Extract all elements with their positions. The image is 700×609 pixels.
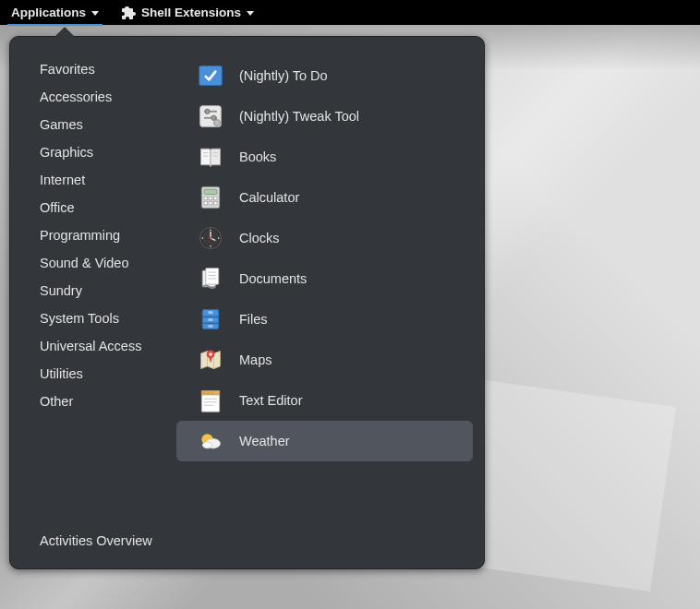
maps-icon xyxy=(197,346,224,374)
documents-icon xyxy=(197,265,224,293)
svg-point-25 xyxy=(218,237,220,239)
category-programming[interactable]: Programming xyxy=(10,221,176,249)
shell-extensions-button[interactable]: Shell Extensions xyxy=(117,0,258,25)
chevron-down-icon xyxy=(247,11,254,16)
books-icon xyxy=(197,143,224,171)
svg-rect-34 xyxy=(202,316,219,318)
svg-rect-14 xyxy=(209,197,212,200)
category-utilities[interactable]: Utilities xyxy=(10,360,176,388)
app-item-maps[interactable]: Maps xyxy=(176,340,473,380)
category-office[interactable]: Office xyxy=(10,194,176,221)
weather-icon xyxy=(197,427,224,455)
category-favorites[interactable]: Favorites xyxy=(10,55,176,83)
calculator-icon xyxy=(197,184,224,211)
todo-icon xyxy=(197,62,224,90)
category-system-tools[interactable]: System Tools xyxy=(10,304,176,332)
svg-rect-17 xyxy=(209,201,212,205)
app-item-calculator[interactable]: Calculator xyxy=(176,177,473,218)
svg-point-24 xyxy=(210,229,211,231)
svg-point-3 xyxy=(205,109,210,113)
menu-arrow xyxy=(54,27,75,37)
app-item-documents[interactable]: Documents xyxy=(176,258,473,299)
svg-point-23 xyxy=(210,237,212,240)
app-item-nightly-tweak-tool[interactable]: (Nightly) Tweak Tool xyxy=(176,96,473,137)
svg-rect-16 xyxy=(204,201,208,205)
svg-point-26 xyxy=(210,245,211,247)
app-item-books[interactable]: Books xyxy=(176,137,473,177)
svg-rect-35 xyxy=(202,323,219,325)
app-item-label: Files xyxy=(239,312,268,327)
puzzle-icon xyxy=(121,6,136,20)
svg-rect-38 xyxy=(208,325,212,328)
applications-menu-button[interactable]: Applications xyxy=(7,1,103,26)
svg-rect-15 xyxy=(214,197,218,200)
app-item-text-editor[interactable]: Text Editor xyxy=(176,380,473,421)
top-bar: Applications Shell Extensions xyxy=(0,0,700,25)
app-item-nightly-to-do[interactable]: (Nightly) To Do xyxy=(176,55,473,96)
svg-point-46 xyxy=(211,392,213,394)
tweaktool-icon xyxy=(197,102,224,130)
files-icon xyxy=(197,305,224,333)
svg-point-45 xyxy=(207,392,209,394)
app-item-label: Weather xyxy=(239,434,290,448)
app-item-label: Clocks xyxy=(239,231,280,245)
app-item-label: Documents xyxy=(239,271,307,286)
svg-rect-37 xyxy=(208,318,212,321)
svg-point-41 xyxy=(209,352,212,356)
clocks-icon xyxy=(197,224,224,252)
category-panel: Favorites Accessories Games Graphics Int… xyxy=(10,37,176,568)
category-internet[interactable]: Internet xyxy=(10,166,176,194)
app-item-label: Maps xyxy=(239,352,272,367)
svg-rect-29 xyxy=(206,269,219,285)
svg-rect-13 xyxy=(204,197,208,200)
category-other[interactable]: Other xyxy=(10,388,176,415)
activities-overview-button[interactable]: Activities Overview xyxy=(10,527,176,568)
svg-rect-12 xyxy=(204,189,217,194)
app-item-label: Calculator xyxy=(239,190,299,205)
app-item-label: (Nightly) Tweak Tool xyxy=(239,109,359,124)
applications-menu-popup: Favorites Accessories Games Graphics Int… xyxy=(9,36,485,569)
app-list: (Nightly) To Do(Nightly) Tweak ToolBooks… xyxy=(176,37,484,568)
category-games[interactable]: Games xyxy=(10,111,176,138)
svg-point-6 xyxy=(214,120,221,126)
texteditor-icon xyxy=(197,387,224,414)
category-accessories[interactable]: Accessories xyxy=(10,83,176,111)
app-item-weather[interactable]: Weather xyxy=(176,421,473,461)
app-item-clocks[interactable]: Clocks xyxy=(176,218,473,258)
svg-point-44 xyxy=(203,392,205,394)
svg-point-52 xyxy=(202,442,212,448)
svg-rect-36 xyxy=(208,311,212,314)
applications-label: Applications xyxy=(11,6,86,19)
svg-rect-18 xyxy=(214,201,218,205)
app-item-files[interactable]: Files xyxy=(176,299,473,340)
app-item-label: (Nightly) To Do xyxy=(239,68,328,83)
category-sundry[interactable]: Sundry xyxy=(10,277,176,304)
category-sound-video[interactable]: Sound & Video xyxy=(10,249,176,277)
svg-rect-0 xyxy=(199,66,223,86)
category-universal-access[interactable]: Universal Access xyxy=(10,332,176,360)
app-item-label: Books xyxy=(239,149,276,164)
category-graphics[interactable]: Graphics xyxy=(10,138,176,166)
chevron-down-icon xyxy=(91,11,99,16)
svg-point-27 xyxy=(201,237,203,239)
app-item-label: Text Editor xyxy=(239,393,303,408)
shell-extensions-label: Shell Extensions xyxy=(141,6,241,19)
category-list: Favorites Accessories Games Graphics Int… xyxy=(10,55,176,527)
